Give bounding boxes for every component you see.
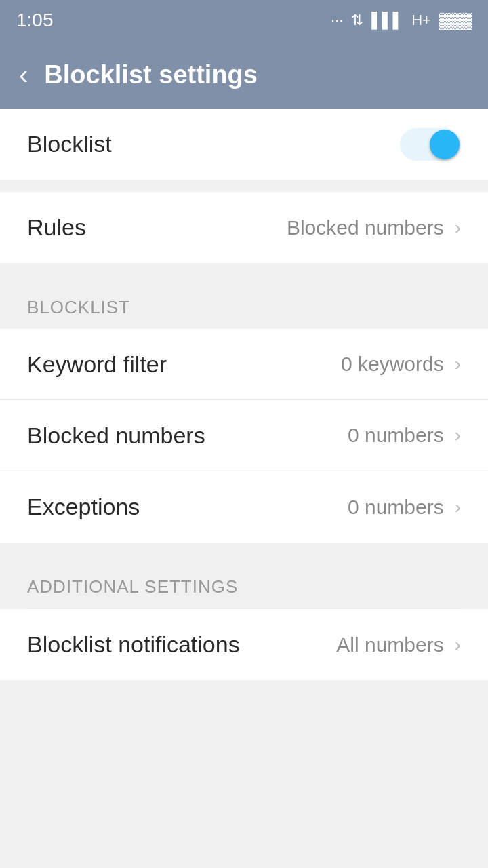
network-dots-icon: ··· (331, 12, 343, 29)
additional-section-card: Blocklist notifications All numbers › (0, 609, 488, 680)
back-button[interactable]: ‹ (19, 60, 28, 90)
signal-icon: ▌▌▌ (371, 12, 403, 29)
network-type-icon: H+ (411, 12, 431, 29)
divider-2 (0, 263, 488, 275)
blocklist-row[interactable]: Blocklist (0, 108, 488, 180)
blocked-numbers-right: 0 numbers › (348, 424, 461, 447)
blocklist-label: Blocklist (27, 131, 112, 157)
divider-1 (0, 180, 488, 192)
content: Blocklist Rules Blocked numbers › BLOCKL… (0, 108, 488, 680)
blocklist-notifications-row[interactable]: Blocklist notifications All numbers › (0, 609, 488, 680)
blocklist-section-card: Keyword filter 0 keywords › Blocked numb… (0, 329, 488, 542)
exceptions-row[interactable]: Exceptions 0 numbers › (0, 471, 488, 542)
toggle-knob (430, 130, 460, 159)
data-transfer-icon: ⇅ (351, 12, 363, 29)
blocked-numbers-label: Blocked numbers (27, 422, 205, 449)
blocked-numbers-row[interactable]: Blocked numbers 0 numbers › (0, 400, 488, 471)
app-bar: ‹ Blocklist settings (0, 41, 488, 108)
blocklist-notifications-value: All numbers (336, 633, 443, 656)
blocklist-notifications-label: Blocklist notifications (27, 631, 240, 658)
status-time: 1:05 (16, 9, 54, 31)
blocklist-card: Blocklist (0, 108, 488, 180)
keyword-filter-row[interactable]: Keyword filter 0 keywords › (0, 329, 488, 400)
status-icons: ··· ⇅ ▌▌▌ H+ ▓▓▓ (331, 12, 472, 29)
keyword-filter-value: 0 keywords (341, 353, 444, 376)
blocklist-notifications-right: All numbers › (336, 633, 461, 656)
divider-3 (0, 542, 488, 555)
exceptions-chevron-icon: › (455, 496, 461, 518)
additional-section-header: ADDITIONAL SETTINGS (0, 555, 488, 608)
keyword-filter-chevron-icon: › (455, 353, 461, 375)
keyword-filter-right: 0 keywords › (341, 353, 461, 376)
battery-icon: ▓▓▓ (439, 12, 472, 29)
page-title: Blocklist settings (44, 60, 258, 90)
exceptions-label: Exceptions (27, 494, 140, 520)
rules-value: Blocked numbers (287, 216, 444, 239)
status-bar: 1:05 ··· ⇅ ▌▌▌ H+ ▓▓▓ (0, 0, 488, 41)
rules-label: Rules (27, 214, 86, 241)
blocklist-notifications-chevron-icon: › (455, 634, 461, 656)
exceptions-value: 0 numbers (348, 496, 444, 519)
keyword-filter-label: Keyword filter (27, 351, 167, 378)
rules-right: Blocked numbers › (287, 216, 461, 239)
blocked-numbers-value: 0 numbers (348, 424, 444, 447)
exceptions-right: 0 numbers › (348, 496, 461, 519)
rules-row[interactable]: Rules Blocked numbers › (0, 192, 488, 263)
rules-card: Rules Blocked numbers › (0, 192, 488, 263)
blocklist-toggle[interactable] (400, 128, 461, 161)
rules-chevron-icon: › (455, 217, 461, 239)
blocked-numbers-chevron-icon: › (455, 425, 461, 446)
blocklist-section-header: BLOCKLIST (0, 275, 488, 329)
